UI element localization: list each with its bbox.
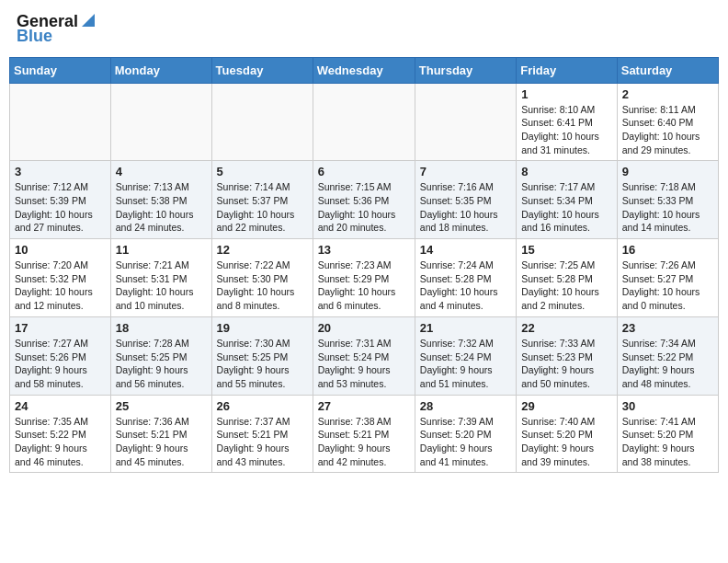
day-header-saturday: Saturday [617,57,718,83]
day-header-tuesday: Tuesday [211,57,313,83]
day-number: 24 [15,399,106,413]
calendar-cell: 4Sunrise: 7:13 AM Sunset: 5:38 PM Daylig… [110,161,211,239]
day-number: 29 [521,399,612,413]
day-number: 13 [318,243,410,257]
day-number: 7 [420,165,511,178]
day-header-monday: Monday [110,57,211,83]
day-info: Sunrise: 7:13 AM Sunset: 5:38 PM Dayligh… [116,180,207,235]
calendar-cell: 12Sunrise: 7:22 AM Sunset: 5:30 PM Dayli… [211,239,313,317]
day-number: 26 [217,399,308,413]
calendar-cell: 17Sunrise: 7:27 AM Sunset: 5:26 PM Dayli… [10,316,111,395]
day-info: Sunrise: 7:27 AM Sunset: 5:26 PM Dayligh… [15,337,106,391]
day-number: 23 [622,321,713,335]
day-info: Sunrise: 7:21 AM Sunset: 5:31 PM Dayligh… [116,259,207,313]
day-info: Sunrise: 7:31 AM Sunset: 5:24 PM Dayligh… [318,337,410,391]
day-info: Sunrise: 7:26 AM Sunset: 5:27 PM Dayligh… [622,259,713,313]
day-number: 1 [521,87,612,101]
calendar-cell [211,83,313,161]
day-info: Sunrise: 7:40 AM Sunset: 5:20 PM Dayligh… [521,415,612,469]
day-number: 3 [15,165,106,178]
day-info: Sunrise: 7:20 AM Sunset: 5:32 PM Dayligh… [15,259,106,313]
logo: General Blue [17,13,97,46]
day-info: Sunrise: 7:23 AM Sunset: 5:29 PM Dayligh… [318,259,410,313]
calendar-cell: 29Sunrise: 7:40 AM Sunset: 5:20 PM Dayli… [517,395,618,473]
day-info: Sunrise: 7:36 AM Sunset: 5:21 PM Dayligh… [116,415,207,469]
day-number: 11 [116,243,207,257]
calendar-cell: 28Sunrise: 7:39 AM Sunset: 5:20 PM Dayli… [415,395,516,473]
day-info: Sunrise: 7:30 AM Sunset: 5:25 PM Dayligh… [217,337,308,391]
day-number: 4 [116,165,207,178]
day-number: 25 [116,399,207,413]
day-header-sunday: Sunday [10,57,111,83]
page-header: General Blue [9,9,719,50]
day-number: 9 [622,165,713,178]
day-number: 27 [318,399,410,413]
calendar-cell: 20Sunrise: 7:31 AM Sunset: 5:24 PM Dayli… [313,316,415,395]
day-number: 20 [318,321,410,335]
day-info: Sunrise: 7:18 AM Sunset: 5:33 PM Dayligh… [622,180,713,235]
calendar-cell [110,83,211,161]
day-info: Sunrise: 7:35 AM Sunset: 5:22 PM Dayligh… [15,415,106,469]
day-info: Sunrise: 7:38 AM Sunset: 5:21 PM Dayligh… [318,415,410,469]
calendar-cell [10,83,111,161]
day-number: 5 [217,165,308,178]
week-row-5: 24Sunrise: 7:35 AM Sunset: 5:22 PM Dayli… [10,395,719,473]
day-info: Sunrise: 7:32 AM Sunset: 5:24 PM Dayligh… [420,337,511,391]
week-row-4: 17Sunrise: 7:27 AM Sunset: 5:26 PM Dayli… [10,316,719,395]
day-number: 12 [217,243,308,257]
day-info: Sunrise: 7:24 AM Sunset: 5:28 PM Dayligh… [420,259,511,313]
day-number: 30 [622,399,713,413]
day-number: 19 [217,321,308,335]
day-info: Sunrise: 7:41 AM Sunset: 5:20 PM Dayligh… [622,415,713,469]
calendar-cell: 6Sunrise: 7:15 AM Sunset: 5:36 PM Daylig… [313,161,415,239]
calendar-cell: 15Sunrise: 7:25 AM Sunset: 5:28 PM Dayli… [517,239,618,317]
day-number: 21 [420,321,511,335]
day-info: Sunrise: 7:34 AM Sunset: 5:22 PM Dayligh… [622,337,713,391]
calendar-cell [415,83,516,161]
calendar-cell [313,83,415,161]
calendar-cell: 7Sunrise: 7:16 AM Sunset: 5:35 PM Daylig… [415,161,516,239]
day-info: Sunrise: 8:11 AM Sunset: 6:40 PM Dayligh… [622,103,713,157]
calendar-cell: 26Sunrise: 7:37 AM Sunset: 5:21 PM Dayli… [211,395,313,473]
calendar-cell: 21Sunrise: 7:32 AM Sunset: 5:24 PM Dayli… [415,316,516,395]
calendar-table: SundayMondayTuesdayWednesdayThursdayFrid… [9,57,719,474]
calendar-cell: 8Sunrise: 7:17 AM Sunset: 5:34 PM Daylig… [517,161,618,239]
day-number: 28 [420,399,511,413]
calendar-cell: 24Sunrise: 7:35 AM Sunset: 5:22 PM Dayli… [10,395,111,473]
day-header-wednesday: Wednesday [313,57,415,83]
week-row-2: 3Sunrise: 7:12 AM Sunset: 5:39 PM Daylig… [10,161,719,239]
day-number: 22 [521,321,612,335]
day-number: 2 [622,87,713,101]
day-info: Sunrise: 7:12 AM Sunset: 5:39 PM Dayligh… [15,180,106,235]
calendar-cell: 30Sunrise: 7:41 AM Sunset: 5:20 PM Dayli… [617,395,718,473]
day-info: Sunrise: 7:14 AM Sunset: 5:37 PM Dayligh… [217,180,308,235]
calendar-cell: 16Sunrise: 7:26 AM Sunset: 5:27 PM Dayli… [617,239,718,317]
day-number: 16 [622,243,713,257]
day-info: Sunrise: 7:25 AM Sunset: 5:28 PM Dayligh… [521,259,612,313]
day-info: Sunrise: 7:17 AM Sunset: 5:34 PM Dayligh… [521,180,612,235]
calendar-cell: 23Sunrise: 7:34 AM Sunset: 5:22 PM Dayli… [617,316,718,395]
day-info: Sunrise: 7:39 AM Sunset: 5:20 PM Dayligh… [420,415,511,469]
calendar-cell: 1Sunrise: 8:10 AM Sunset: 6:41 PM Daylig… [517,83,618,161]
day-number: 6 [318,165,410,178]
calendar-cell: 11Sunrise: 7:21 AM Sunset: 5:31 PM Dayli… [110,239,211,317]
day-number: 8 [521,165,612,178]
day-number: 15 [521,243,612,257]
svg-marker-0 [82,14,95,27]
day-info: Sunrise: 7:22 AM Sunset: 5:30 PM Dayligh… [217,259,308,313]
day-number: 17 [15,321,106,335]
day-info: Sunrise: 8:10 AM Sunset: 6:41 PM Dayligh… [521,103,612,157]
calendar-cell: 2Sunrise: 8:11 AM Sunset: 6:40 PM Daylig… [617,83,718,161]
day-info: Sunrise: 7:37 AM Sunset: 5:21 PM Dayligh… [217,415,308,469]
day-info: Sunrise: 7:33 AM Sunset: 5:23 PM Dayligh… [521,337,612,391]
calendar-cell: 27Sunrise: 7:38 AM Sunset: 5:21 PM Dayli… [313,395,415,473]
header-row: SundayMondayTuesdayWednesdayThursdayFrid… [10,57,719,83]
calendar-cell: 3Sunrise: 7:12 AM Sunset: 5:39 PM Daylig… [10,161,111,239]
day-info: Sunrise: 7:28 AM Sunset: 5:25 PM Dayligh… [116,337,207,391]
calendar-cell: 25Sunrise: 7:36 AM Sunset: 5:21 PM Dayli… [110,395,211,473]
day-header-friday: Friday [517,57,618,83]
calendar-cell: 9Sunrise: 7:18 AM Sunset: 5:33 PM Daylig… [617,161,718,239]
week-row-1: 1Sunrise: 8:10 AM Sunset: 6:41 PM Daylig… [10,83,719,161]
day-number: 14 [420,243,511,257]
calendar-cell: 13Sunrise: 7:23 AM Sunset: 5:29 PM Dayli… [313,239,415,317]
